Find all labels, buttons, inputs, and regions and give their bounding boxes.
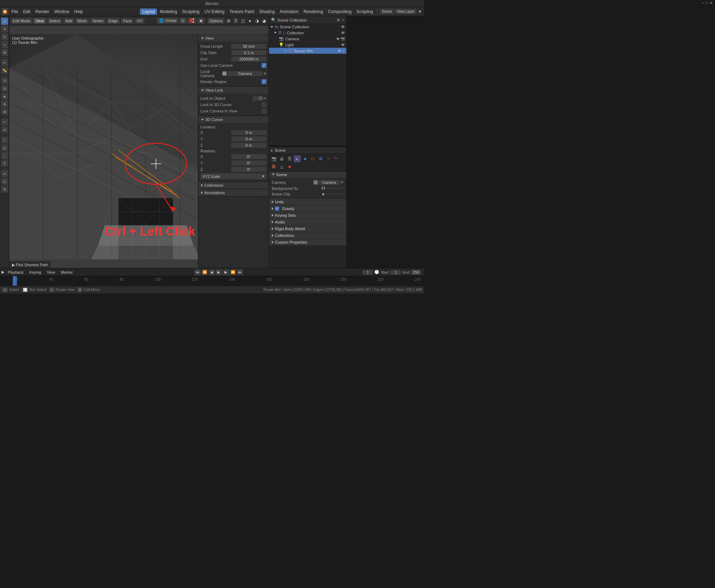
use-local-camera-check[interactable] [262,63,266,68]
snap-toggle[interactable]: 🧲 [187,18,197,24]
next-keyframe-btn[interactable]: ⏩ [230,269,236,275]
push-pull[interactable]: ⇅ [1,186,8,193]
lock-camera-check[interactable] [262,109,266,113]
camera-prop-value[interactable]: Camera [318,180,340,185]
prev-keyframe-btn[interactable]: ⏪ [201,269,208,275]
current-frame[interactable]: 1 [362,270,373,275]
props-physics-icon[interactable]: 〜 [333,155,340,162]
custom-props-header[interactable]: Custom Properties [269,239,346,245]
lock-to-object-pick[interactable]: ✏ [263,96,266,101]
lock-to-object-check[interactable] [253,96,258,101]
view-section-header[interactable]: View ⋯ [198,35,269,42]
units-header[interactable]: Units [269,199,346,205]
props-modifier-icon[interactable]: ⚙ [317,155,324,162]
prev-frame-btn[interactable]: ◀ [209,269,215,275]
props-output-icon[interactable]: 🖨 [278,155,285,162]
keying-sets-header[interactable]: Keying Sets [269,212,346,219]
render-region-check[interactable] [262,79,266,84]
outliner-light[interactable]: 💡 Light 👁 [269,42,346,48]
timeline-body[interactable]: 20 40 60 80 100 120 140 160 180 200 220 … [0,276,424,286]
scale-tool[interactable]: ⤡ [1,41,8,48]
menu-window[interactable]: Window [52,8,71,15]
bisect-tool[interactable]: ⊘ [1,126,8,133]
extrude-tool[interactable]: ⊡ [1,77,8,84]
focal-length-value[interactable]: 50 mm [231,44,266,49]
workspace-layout[interactable]: Layout [140,8,157,15]
proportional-editing[interactable]: ◉ [197,18,205,24]
props-scene-icon[interactable]: ▸ [294,155,301,162]
viewport-vertex-menu[interactable]: Vertex [90,18,105,24]
bevel-tool[interactable]: ◈ [1,93,8,100]
props-object-icon[interactable]: □ [309,155,316,162]
scene-menu-btn[interactable]: ▼ [417,8,423,15]
collections-prop-header[interactable]: Collections [269,232,346,239]
cursor-z-value[interactable]: 0 m [231,143,266,148]
scene-col-visibility[interactable]: 👁 [341,25,345,29]
timeline-marker-menu[interactable]: Marker [59,269,75,275]
view-lock-header[interactable]: View Lock [198,87,269,94]
cursor-x-value[interactable]: 0 m [231,130,266,135]
props-material-icon[interactable]: ◈ [286,163,293,170]
pivot-point[interactable]: ⊡ [179,18,187,24]
blender-logo[interactable] [1,8,8,15]
timeline-keying-menu[interactable]: Keying [27,269,43,275]
timeline-playback-menu[interactable]: Playback [6,269,26,275]
spin-tool[interactable]: ◎ [1,144,8,151]
outliner-add[interactable]: + [342,18,344,22]
rotation-mode-dropdown[interactable]: XYZ Euler ▾ [200,173,266,180]
viewport-mesh-menu[interactable]: Mesh [75,18,89,24]
jump-start-btn[interactable]: ⏮ [194,269,201,275]
start-frame[interactable]: 1 [390,270,401,275]
view-layer-selector[interactable]: View Layer [395,9,416,14]
play-btn[interactable]: ▶ [216,269,222,275]
background-sc-value[interactable] [326,188,344,189]
menu-edit[interactable]: Edit [21,8,33,15]
workspace-modeling[interactable]: Modeling [158,8,179,15]
props-view-layer-icon[interactable]: ☰ [286,155,293,162]
solid-toggle[interactable]: ● [247,18,253,24]
cursor-ry-value[interactable]: 0° [231,161,266,165]
material-toggle[interactable]: ◑ [254,18,260,24]
xray-toggle[interactable]: ☰ [233,18,239,24]
workspace-sculpting[interactable]: Sculpting [180,8,201,15]
edge-slide-tool[interactable]: ⇔ [1,170,8,177]
current-frame-indicator[interactable] [13,276,17,286]
camera-close[interactable]: ✕ [263,71,266,76]
camera-prop-close[interactable]: ✕ [340,180,344,185]
rigid-body-header[interactable]: Rigid Body World [269,226,346,232]
gravity-check[interactable] [275,206,279,211]
props-render-icon[interactable]: 📷 [270,155,277,162]
cursor-tool[interactable]: ⊕ [1,18,8,25]
loop-cut-tool[interactable]: ⊕ [1,100,8,107]
cursor-rx-value[interactable]: 0° [231,154,266,159]
touran-vis[interactable]: 👁 [338,49,341,53]
viewport-select-menu[interactable]: Select [47,18,62,24]
randomize-tool[interactable]: ⁑ [1,160,8,167]
workspace-scripting[interactable]: Scripting [354,8,375,15]
viewport-add-menu[interactable]: Add [63,18,75,24]
camera-vis[interactable]: 👁 [336,37,340,41]
collections-header[interactable]: Collections ⋯ [198,182,269,189]
viewport-view-menu[interactable]: View [34,18,46,24]
workspace-shading[interactable]: Shading [257,8,277,15]
end-frame[interactable]: 250 [411,270,421,275]
next-frame-btn[interactable]: ▶ [223,269,229,275]
measure-tool[interactable]: 📏 [1,67,8,74]
menu-help[interactable]: Help [72,8,85,15]
cursor-section-header[interactable]: 3D Cursor ⋯ [198,116,269,123]
viewport-edge-menu[interactable]: Edge [106,18,120,24]
workspace-texture[interactable]: Texture Paint [227,8,256,15]
collection-visibility[interactable]: 👁 [341,31,345,35]
props-particles-icon[interactable]: ⁘ [325,155,332,162]
offset-edge-loop[interactable]: ⊞ [1,108,8,115]
active-clip-value[interactable] [326,194,344,194]
timeline-view-menu[interactable]: View [45,269,57,275]
outliner-touran[interactable]: ▷ ⬡ Touran Mm 👁 ◈ [269,48,346,54]
viewport-mode-selector[interactable]: Edit Mode [11,18,33,24]
gravity-header[interactable]: Gravity [269,205,346,212]
scene-section-header[interactable]: Scene [269,171,346,178]
overlay-toggle[interactable]: ⊞ [225,18,232,24]
lock-3d-cursor-check[interactable] [262,102,266,107]
outliner-collection[interactable]: ☑ □ Collection 👁 [269,30,346,36]
shrink-fatten[interactable]: ◎ [1,178,8,185]
